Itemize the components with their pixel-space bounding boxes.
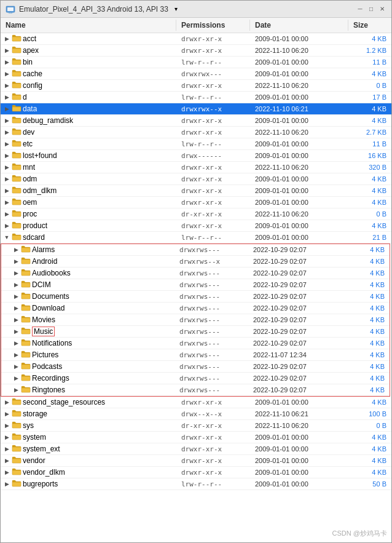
size-cell: 16 KB — [348, 151, 391, 160]
table-row[interactable]: ▶ configdrwxr-xr-x2022-11-10 06:200 B — [1, 80, 391, 92]
expand-arrow[interactable]: ▶ — [3, 222, 10, 229]
permissions-cell: drwxr-xr-x — [176, 433, 250, 442]
expand-arrow[interactable]: ▶ — [3, 140, 10, 148]
minimize-button[interactable]: ─ — [356, 5, 364, 14]
expand-arrow[interactable]: ▶ — [12, 269, 20, 277]
svg-rect-4 — [9, 12, 12, 13]
table-row[interactable]: ▶ datadrwxrwx--x2022-11-10 06:214 KB — [1, 103, 391, 115]
expand-arrow[interactable]: ▶ — [3, 199, 10, 206]
table-row[interactable]: ▶ vendordrwxr-xr-x2009-01-01 00:004 KB — [1, 455, 391, 467]
expand-arrow[interactable]: ▶ — [3, 445, 10, 453]
file-name: debug_ramdisk — [23, 116, 73, 125]
table-row[interactable]: ▶ oemdrwxr-xr-x2009-01-01 00:004 KB — [1, 197, 391, 208]
expand-arrow[interactable]: ▶ — [3, 93, 10, 101]
file-name: odm — [23, 175, 37, 183]
table-row[interactable]: ▶ Musicdrwxrws---2022-10-29 02:074 KB — [1, 326, 390, 338]
table-row[interactable]: ▶ binlrw-r--r--2009-01-01 00:0011 B — [1, 57, 391, 68]
table-row[interactable]: ▶ Recordingsdrwxrws---2022-10-29 02:074 … — [1, 373, 390, 384]
expand-arrow[interactable]: ▶ — [3, 422, 10, 429]
table-row[interactable]: ▶ Documentsdrwxrws---2022-10-29 02:074 K… — [1, 291, 390, 303]
table-row[interactable]: ▶ lost+founddrwx------2009-01-01 00:0016… — [1, 150, 391, 162]
table-row[interactable]: ▶ Downloaddrwxrws---2022-10-29 02:074 KB — [1, 303, 390, 314]
table-row[interactable]: ▶ Ringtonesdrwxrws---2022-10-29 02:074 K… — [1, 384, 390, 396]
expand-arrow[interactable]: ▶ — [3, 70, 10, 77]
expand-arrow[interactable]: ▶ — [12, 304, 20, 312]
title-dropdown-arrow[interactable]: ▾ — [174, 6, 178, 12]
expand-arrow[interactable]: ▶ — [12, 386, 20, 394]
table-row[interactable]: ▶ Audiobooksdrwxrws---2022-10-29 02:074 … — [1, 268, 390, 279]
expand-arrow[interactable]: ▶ — [12, 246, 20, 253]
table-row[interactable]: ▶ apexdrwxr-xr-x2022-11-10 06:201.2 KB — [1, 45, 391, 57]
table-row[interactable]: ▶ etclrw-r--r--2009-01-01 00:0011 B — [1, 138, 391, 150]
table-row[interactable]: ▶ sysdr-xr-xr-x2022-11-10 06:200 B — [1, 420, 391, 432]
table-row[interactable]: ▶ vendor_dlkmdrwxr-xr-x2009-01-01 00:004… — [1, 467, 391, 478]
expand-arrow[interactable]: ▶ — [12, 339, 20, 347]
table-row[interactable]: ▶ bugreportslrw-r--r--2009-01-01 00:0050… — [1, 478, 391, 490]
table-row[interactable]: ▶ dlrw-r--r--2009-01-01 00:0017 B — [1, 92, 391, 103]
expand-arrow[interactable]: ▶ — [3, 398, 10, 406]
table-row[interactable]: ▼ sdcardlrw-r--r--2009-01-01 00:0021 B — [1, 232, 391, 244]
file-name: Ringtones — [32, 386, 65, 394]
expand-arrow[interactable]: ▶ — [3, 129, 10, 136]
table-row[interactable]: ▶ productdrwxr-xr-x2009-01-01 00:004 KB — [1, 220, 391, 232]
size-cell: 4 KB — [348, 445, 391, 453]
table-row[interactable]: ▶ Picturesdrwxrws---2022-11-07 12:344 KB — [1, 349, 390, 361]
table-row[interactable]: ▶ devdrwxr-xr-x2022-11-10 06:202.7 KB — [1, 127, 391, 138]
expand-arrow[interactable]: ▶ — [12, 316, 20, 323]
expand-arrow[interactable]: ▶ — [12, 363, 20, 370]
expand-arrow[interactable]: ▶ — [3, 480, 10, 488]
file-name: vendor — [23, 456, 45, 465]
expand-arrow[interactable]: ▶ — [3, 164, 10, 171]
date-cell: 2022-11-10 06:20 — [250, 128, 348, 137]
expand-arrow[interactable]: ▶ — [3, 210, 10, 218]
table-row[interactable]: ▶ odm_dlkmdrwxr-xr-x2009-01-01 00:004 KB — [1, 185, 391, 197]
table-row[interactable]: ▶ mntdrwxr-xr-x2022-11-10 06:20320 B — [1, 162, 391, 173]
maximize-button[interactable]: □ — [367, 5, 375, 14]
table-row[interactable]: ▶ Notificationsdrwxrws---2022-10-29 02:0… — [1, 338, 390, 349]
folder-icon — [12, 104, 22, 114]
table-row[interactable]: ▶ cachedrwxrwx---2009-01-01 00:004 KB — [1, 68, 391, 80]
expand-arrow[interactable]: ▶ — [3, 105, 10, 113]
expand-arrow[interactable]: ▶ — [3, 152, 10, 159]
expand-arrow[interactable]: ▶ — [12, 328, 20, 335]
expand-arrow[interactable]: ▶ — [3, 410, 10, 418]
table-row[interactable]: ▶ Podcastsdrwxrws---2022-10-29 02:074 KB — [1, 361, 390, 373]
expand-arrow[interactable]: ▶ — [3, 117, 10, 124]
expand-arrow[interactable]: ▶ — [3, 175, 10, 183]
table-row[interactable]: ▶ DCIMdrwxrws---2022-10-29 02:074 KB — [1, 279, 390, 291]
table-row[interactable]: ▶ systemdrwxr-xr-x2009-01-01 00:004 KB — [1, 432, 391, 443]
table-row[interactable]: ▶ Alarmsdrwxrws---2022-10-29 02:074 KB — [1, 244, 390, 256]
header-date: Date — [250, 20, 348, 31]
file-name: bin — [23, 58, 33, 66]
expand-arrow[interactable]: ▶ — [12, 351, 20, 359]
table-row[interactable]: ▶ second_stage_resourcesdrwxr-xr-x2009-0… — [1, 397, 391, 408]
expand-arrow[interactable]: ▶ — [12, 375, 20, 382]
folder-icon — [12, 421, 22, 430]
close-button[interactable]: ✕ — [378, 5, 386, 14]
expand-arrow[interactable]: ▶ — [12, 281, 20, 288]
expand-arrow[interactable]: ▶ — [3, 434, 10, 441]
expand-arrow[interactable]: ▶ — [3, 457, 10, 464]
expand-arrow[interactable]: ▶ — [3, 187, 10, 194]
expand-arrow[interactable]: ▶ — [3, 469, 10, 476]
table-row[interactable]: ▶ procdr-xr-xr-x2022-11-10 06:200 B — [1, 208, 391, 220]
permissions-cell: drwxrws--- — [174, 292, 248, 301]
date-cell: 2009-01-01 00:00 — [250, 433, 348, 442]
expand-arrow[interactable]: ▶ — [3, 58, 10, 66]
expand-arrow[interactable]: ▶ — [3, 82, 10, 89]
expand-arrow[interactable]: ▼ — [3, 234, 10, 241]
expand-arrow[interactable]: ▶ — [3, 35, 10, 42]
expand-arrow[interactable]: ▶ — [12, 258, 20, 265]
table-row[interactable]: ▶ Androiddrwxrws--x2022-10-29 02:074 KB — [1, 256, 390, 268]
size-cell: 4 KB — [348, 456, 391, 465]
expand-arrow[interactable]: ▶ — [12, 293, 20, 300]
table-row[interactable]: ▶ debug_ramdiskdrwxr-xr-x2009-01-01 00:0… — [1, 115, 391, 127]
table-row[interactable]: ▶ odmdrwxr-xr-x2009-01-01 00:004 KB — [1, 173, 391, 185]
table-row[interactable]: ▶ storagedrwx--x--x2022-11-10 06:21100 B — [1, 408, 391, 420]
permissions-cell: drwx--x--x — [176, 410, 250, 419]
table-row[interactable]: ▶ system_extdrwxr-xr-x2009-01-01 00:004 … — [1, 443, 391, 455]
table-row[interactable]: ▶ acctdrwxr-xr-x2009-01-01 00:004 KB — [1, 33, 391, 45]
folder-icon — [12, 162, 22, 172]
table-row[interactable]: ▶ Moviesdrwxrws---2022-10-29 02:074 KB — [1, 314, 390, 326]
expand-arrow[interactable]: ▶ — [3, 47, 10, 54]
